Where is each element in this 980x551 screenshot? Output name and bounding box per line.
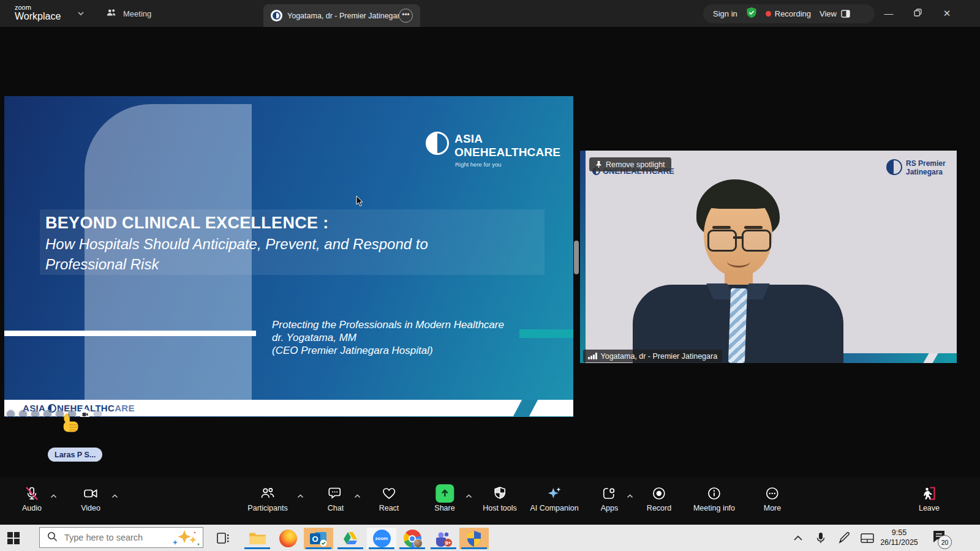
- host-tools-button[interactable]: Host tools: [483, 484, 517, 512]
- record-button[interactable]: Record: [647, 484, 671, 512]
- chrome-taskbar-icon[interactable]: [398, 528, 427, 549]
- tab-active-meeting[interactable]: Yogatama, dr - Premier Jatinegara •••: [263, 4, 420, 27]
- person-brow-left: [712, 226, 731, 229]
- share-options-chevron[interactable]: [466, 490, 472, 501]
- search-input[interactable]: [63, 532, 157, 543]
- firefox-taskbar-icon[interactable]: [273, 528, 303, 549]
- start-button[interactable]: [7, 532, 20, 547]
- video-button[interactable]: Video: [81, 484, 100, 512]
- workplace-logo: Workplace: [15, 11, 61, 22]
- react-label: React: [379, 504, 399, 512]
- tray-pen-icon[interactable]: [838, 525, 850, 551]
- apps-icon: [601, 484, 617, 503]
- asia-onehealthcare-logo: ASIAONEHEALTHCARE Right here for you: [426, 132, 449, 157]
- slide-title: BEYOND CLINICAL EXCELLENCE :: [45, 214, 328, 233]
- tile-banner-gap: [923, 353, 938, 363]
- slideshow-controls[interactable]: [6, 409, 102, 417]
- outlook-taskbar-icon[interactable]: O: [304, 528, 333, 549]
- windows-security-taskbar-icon[interactable]: [459, 528, 489, 549]
- zoom-meeting-window: zoom Workplace Meeting Yogatama, dr - Pr…: [0, 0, 980, 551]
- task-view-button[interactable]: [216, 531, 230, 547]
- meeting-info-label: Meeting info: [693, 504, 735, 512]
- slide-subtitle-line2: Professional Risk: [45, 256, 159, 273]
- more-controls-icon[interactable]: [93, 410, 102, 417]
- zoom-tool-icon[interactable]: [55, 410, 64, 417]
- zoom-taskbar-icon[interactable]: zoom: [367, 528, 396, 549]
- tab-meeting-label: Meeting: [123, 9, 151, 18]
- participants-options-chevron[interactable]: [297, 490, 304, 501]
- share-label: Share: [434, 504, 454, 512]
- rs-premier-line2: Jatinegara: [906, 168, 943, 176]
- logo-tagline: Right here for you: [455, 161, 502, 168]
- microphone-muted-icon: [24, 484, 40, 503]
- notification-center-button[interactable]: 20: [932, 530, 947, 545]
- leave-label: Leave: [919, 504, 940, 512]
- chat-icon: [328, 484, 344, 503]
- tile-background-edge: [580, 151, 586, 363]
- view-label: View: [820, 9, 837, 18]
- zoom-logo: zoom: [15, 4, 31, 11]
- share-button[interactable]: Share: [434, 484, 454, 512]
- chat-options-chevron[interactable]: [354, 490, 361, 501]
- search-highlights-sparkle-icon[interactable]: [170, 529, 202, 550]
- laser-tool-icon[interactable]: [43, 410, 52, 417]
- teams-taskbar-icon[interactable]: 9+: [429, 528, 458, 549]
- panel-resize-handle[interactable]: [574, 241, 579, 274]
- minimize-button[interactable]: —: [880, 6, 898, 21]
- audio-button[interactable]: Audio: [22, 484, 42, 512]
- rs-premier-line1: RS Premier: [906, 159, 946, 168]
- leave-button[interactable]: Leave: [919, 484, 940, 512]
- camera-control-icon[interactable]: [80, 409, 90, 417]
- video-options-chevron[interactable]: [111, 490, 118, 501]
- host-tools-label: Host tools: [483, 504, 517, 512]
- react-button[interactable]: React: [379, 484, 399, 512]
- more-ellipsis-icon: [764, 484, 780, 503]
- pen-tool-icon[interactable]: [31, 410, 40, 417]
- remove-spotlight-button[interactable]: Remove spotlight: [589, 157, 671, 171]
- next-slide-icon[interactable]: [18, 410, 28, 417]
- chrome-profile-avatar: [413, 539, 423, 548]
- video-tile-yogatama[interactable]: ONEHEALTHCARE RS PremierJatinegara: [580, 151, 957, 363]
- remove-spotlight-label: Remove spotlight: [606, 160, 665, 169]
- taskbar-search[interactable]: [39, 527, 203, 548]
- tray-show-hidden-icons[interactable]: [793, 525, 803, 551]
- clock-time: 9:55: [877, 528, 921, 538]
- sign-in-button[interactable]: Sign in: [713, 9, 737, 18]
- participant-name: Yogatama, dr - Premier Jatinegara: [601, 352, 718, 361]
- google-drive-taskbar-icon[interactable]: [336, 528, 365, 549]
- speaker-line2: dr. Yogatama, MM: [272, 331, 504, 344]
- chat-button[interactable]: Chat: [328, 484, 344, 512]
- ai-companion-button[interactable]: AI Companion: [530, 484, 578, 512]
- tab-meeting[interactable]: Meeting: [105, 0, 151, 27]
- prev-slide-icon[interactable]: [6, 410, 15, 417]
- participants-button[interactable]: Participants: [247, 484, 287, 512]
- person-tie: [728, 288, 747, 363]
- tray-touchpad-icon[interactable]: [861, 525, 874, 551]
- more-button[interactable]: More: [764, 484, 781, 512]
- recording-indicator[interactable]: Recording: [766, 9, 811, 18]
- taskbar-clock[interactable]: 9:55 26/11/2025: [877, 528, 921, 547]
- chat-label: Chat: [328, 504, 344, 512]
- shared-screen-slide[interactable]: BEYOND CLINICAL EXCELLENCE : How Hospita…: [4, 96, 573, 417]
- workspace-chevron-down-icon[interactable]: [77, 10, 85, 17]
- subtitles-tool-icon[interactable]: [67, 410, 77, 417]
- audio-options-chevron[interactable]: [50, 490, 57, 501]
- speaker-line1: Protecting the Professionals in Modern H…: [272, 318, 504, 331]
- record-label: Record: [647, 504, 671, 512]
- titlebar: zoom Workplace Meeting Yogatama, dr - Pr…: [0, 0, 980, 27]
- file-explorer-taskbar-icon[interactable]: [243, 528, 272, 549]
- meeting-info-button[interactable]: Meeting info: [693, 484, 735, 512]
- rs-premier-o-icon: [886, 159, 902, 175]
- person-glasses-bridge: [733, 236, 743, 239]
- apps-options-chevron[interactable]: [627, 490, 633, 501]
- restore-button[interactable]: [908, 6, 927, 21]
- tab-options-icon[interactable]: •••: [399, 9, 413, 23]
- slide-white-rule: [4, 331, 256, 336]
- security-shield-icon[interactable]: [746, 7, 757, 21]
- close-button[interactable]: ✕: [938, 6, 956, 21]
- view-button[interactable]: View: [820, 9, 850, 18]
- apps-button[interactable]: Apps: [601, 484, 619, 512]
- pin-icon: [595, 160, 602, 168]
- tray-microphone-icon[interactable]: [816, 525, 826, 551]
- apps-label: Apps: [601, 504, 619, 512]
